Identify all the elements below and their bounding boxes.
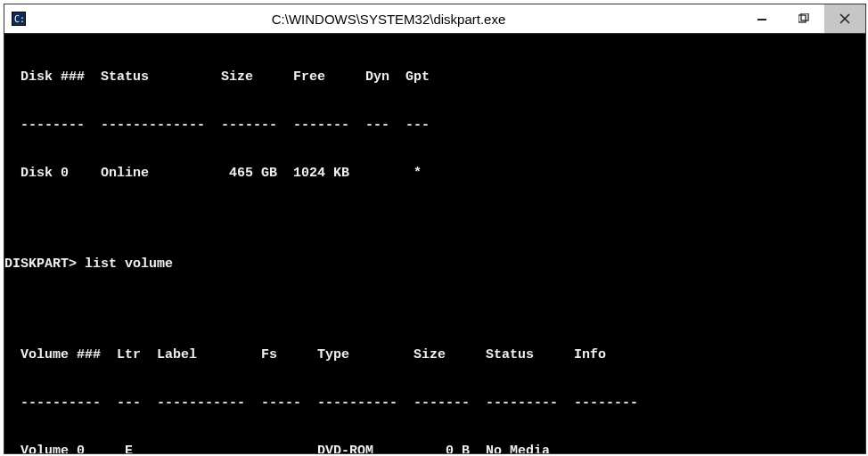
volume-row: Volume 0 E DVD-ROM 0 B No Media [4,444,865,453]
svg-line-7 [840,14,849,23]
console-icon: C: [12,12,26,26]
blank-line [4,214,865,224]
titlebar[interactable]: C: C:\WINDOWS\SYSTEM32\diskpart.exe [4,4,865,34]
maximize-button[interactable] [783,4,824,33]
window-buttons [742,4,865,33]
disk-header: Disk ### Status Size Free Dyn Gpt [4,69,865,86]
window-title: C:\WINDOWS\SYSTEM32\diskpart.exe [35,12,742,27]
svg-rect-3 [757,19,766,20]
svg-rect-5 [801,13,808,20]
window-frame: C: C:\WINDOWS\SYSTEM32\diskpart.exe [4,4,866,454]
svg-text:C:: C: [14,14,25,24]
disk-row: Disk 0 Online 465 GB 1024 KB * [4,166,865,182]
volume-header: Volume ### Ltr Label Fs Type Size Status… [4,347,865,363]
close-button[interactable] [824,4,865,33]
minimize-button[interactable] [742,4,783,33]
blank-line [4,305,865,315]
volume-divider: ---------- --- ----------- ----- -------… [4,395,865,411]
command: list volume [85,256,173,272]
prompt: DISKPART> [4,256,85,272]
svg-rect-4 [798,15,806,22]
terminal[interactable]: Disk ### Status Size Free Dyn Gpt ------… [4,34,865,453]
disk-divider: -------- ------------- ------- ------- -… [4,118,865,134]
svg-line-6 [840,14,849,23]
prompt-line: DISKPART> list volume [4,256,865,273]
